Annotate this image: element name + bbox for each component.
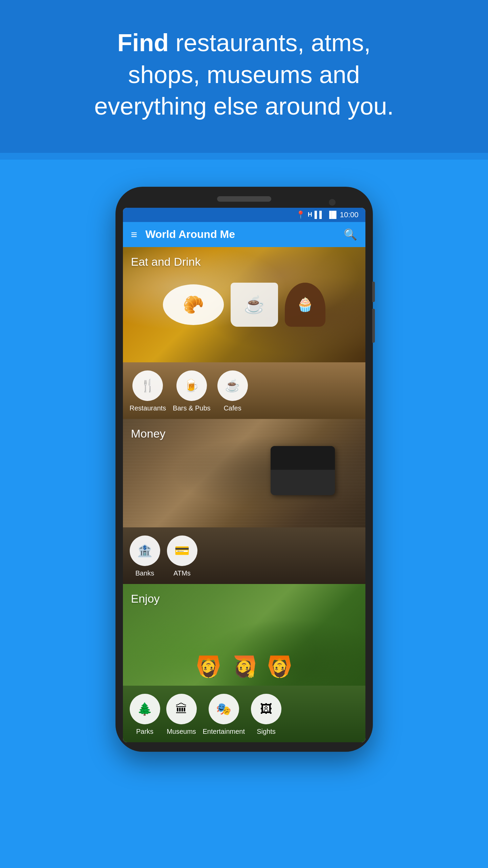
parks-item[interactable]: 🌲 Parks (130, 694, 160, 735)
phone-screen: 📍 H ▌▌ ▐█ 10:00 ≡ World Around Me 🔍 Eat … (123, 208, 365, 742)
enjoy-background: Enjoy 🙆 🙋 🙆 (123, 584, 365, 686)
person3: 🙆 (267, 655, 292, 679)
phone-speaker (217, 196, 271, 202)
signal-icon: ▌▌ (315, 211, 324, 219)
cafes-item[interactable]: ☕ Cafes (217, 370, 248, 412)
person2: 🙋 (231, 655, 257, 679)
header-find: Find (117, 29, 169, 56)
coffee-cup: ☕ (231, 283, 278, 327)
eat-drink-label: Eat and Drink (131, 255, 201, 268)
phone-frame: 📍 H ▌▌ ▐█ 10:00 ≡ World Around Me 🔍 Eat … (115, 187, 373, 752)
enjoy-label: Enjoy (131, 592, 160, 605)
cafes-label: Cafes (224, 404, 241, 412)
app-title: World Around Me (145, 228, 335, 241)
sights-item[interactable]: 🖼 Sights (251, 694, 281, 735)
header-section: Find restaurants, atms, shops, museums a… (0, 0, 488, 153)
enjoy-section: Enjoy 🙆 🙋 🙆 🌲 Parks 🏛 (123, 584, 365, 742)
museums-label: Museums (167, 728, 196, 735)
wallet-body (271, 446, 335, 495)
person1: 🙆 (196, 655, 221, 679)
restaurants-icon: 🍴 (132, 370, 163, 401)
bars-pubs-item[interactable]: 🍺 Bars & Pubs (173, 370, 210, 412)
muffin: 🧁 (285, 283, 325, 327)
phone-camera (329, 199, 336, 206)
app-toolbar: ≡ World Around Me 🔍 (123, 222, 365, 247)
atms-icon: 💳 (167, 536, 197, 566)
bars-pubs-icon: 🍺 (176, 370, 207, 401)
sights-icon: 🖼 (251, 694, 281, 724)
wallet-fold (271, 446, 335, 470)
eat-drink-background: Eat and Drink 🥐 ☕ 🧁 (123, 247, 365, 362)
banks-icon: 🏦 (130, 536, 160, 566)
main-section: 📍 H ▌▌ ▐█ 10:00 ≡ World Around Me 🔍 Eat … (0, 160, 488, 752)
money-background: Money (123, 419, 365, 527)
parks-label: Parks (136, 728, 153, 735)
phone-button-volume-down (372, 309, 375, 343)
header-tagline: Find restaurants, atms, shops, museums a… (20, 27, 468, 122)
network-icon: H (308, 211, 312, 218)
food-plate: 🥐 (163, 284, 224, 325)
search-icon[interactable]: 🔍 (344, 228, 357, 241)
museums-icon: 🏛 (166, 694, 197, 724)
money-icons-row: 🏦 Banks 💳 ATMs (123, 527, 365, 584)
restaurants-label: Restaurants (130, 404, 166, 412)
museums-item[interactable]: 🏛 Museums (166, 694, 197, 735)
banks-label: Banks (135, 569, 154, 577)
restaurants-item[interactable]: 🍴 Restaurants (130, 370, 166, 412)
atms-label: ATMs (173, 569, 191, 577)
header-line1-rest: restaurants, atms, (169, 29, 370, 56)
phone-button-volume-up (372, 282, 375, 302)
header-line2: shops, museums and (128, 61, 360, 88)
location-icon: 📍 (296, 210, 305, 219)
wallet-visual (271, 446, 338, 500)
entertainment-icon: 🎭 (209, 694, 239, 724)
battery-icon: ▐█ (327, 211, 336, 219)
bars-pubs-label: Bars & Pubs (173, 404, 210, 412)
entertainment-label: Entertainment (203, 728, 245, 735)
money-section: Money 🏦 Banks 💳 (123, 419, 365, 584)
cafes-icon: ☕ (217, 370, 248, 401)
enjoy-people: 🙆 🙋 🙆 (123, 655, 365, 679)
eat-drink-icons-row: 🍴 Restaurants 🍺 Bars & Pubs ☕ Cafes (123, 362, 365, 419)
status-icons: 📍 H ▌▌ ▐█ (296, 210, 337, 219)
money-label: Money (131, 427, 166, 440)
banks-item[interactable]: 🏦 Banks (130, 536, 160, 577)
header-line3: everything else around you. (94, 93, 394, 120)
eat-drink-section: Eat and Drink 🥐 ☕ 🧁 (123, 247, 365, 419)
status-time: 10:00 (340, 210, 358, 219)
header-divider (0, 153, 488, 160)
sights-label: Sights (257, 728, 276, 735)
hamburger-menu-icon[interactable]: ≡ (131, 229, 137, 240)
entertainment-item[interactable]: 🎭 Entertainment (203, 694, 245, 735)
status-bar: 📍 H ▌▌ ▐█ 10:00 (123, 208, 365, 222)
enjoy-icons-row: 🌲 Parks 🏛 Museums 🎭 Entertainment 🖼 Sigh… (123, 686, 365, 742)
atms-item[interactable]: 💳 ATMs (167, 536, 197, 577)
parks-icon: 🌲 (130, 694, 160, 724)
